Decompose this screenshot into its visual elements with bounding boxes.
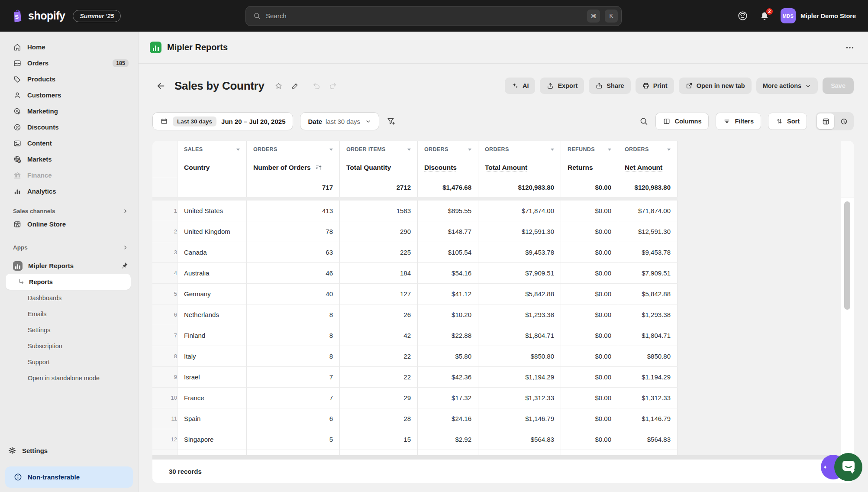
- redo-icon[interactable]: [328, 81, 337, 91]
- column-header-country[interactable]: Country: [177, 158, 247, 177]
- chat-launcher[interactable]: [834, 453, 862, 481]
- cell-returns: $0.00: [561, 367, 618, 388]
- column-group-country[interactable]: SALES: [177, 141, 247, 158]
- sidebar-item-label: Finance: [27, 172, 129, 179]
- sidebar-item-orders[interactable]: Orders185: [5, 55, 133, 71]
- more-actions-button[interactable]: More actions: [756, 78, 818, 94]
- pencil-icon[interactable]: [291, 82, 299, 90]
- table-search-icon[interactable]: [639, 117, 649, 126]
- store-menu[interactable]: MDS Mipler Demo Store: [781, 8, 856, 23]
- column-menu-icon[interactable]: [407, 149, 411, 152]
- column-menu-icon[interactable]: [468, 149, 471, 152]
- sales-channels-header[interactable]: Sales channels: [13, 208, 129, 214]
- sidebar-subitem-reports[interactable]: Reports: [6, 274, 131, 290]
- sort-indicator-icon[interactable]: [315, 164, 323, 172]
- non-transferable-notice[interactable]: Non-transferable: [5, 466, 133, 488]
- table-corner-cell: [152, 141, 177, 158]
- table-row[interactable]: 4Australia46184$54.16$7,909.51$0.00$7,90…: [152, 263, 678, 284]
- scrollbar-thumb[interactable]: [844, 201, 850, 310]
- sidebar-item-label: Customers: [27, 91, 129, 99]
- cell-net-amount: $564.83: [618, 429, 678, 450]
- table-row[interactable]: 6Netherlands826$10.20$1,293.38$0.00$1,29…: [152, 304, 678, 325]
- column-menu-icon[interactable]: [608, 149, 611, 152]
- assistant-icon[interactable]: [737, 10, 749, 22]
- sidebar-subitem-subscription[interactable]: Subscription: [6, 338, 131, 354]
- columns-button[interactable]: Columns: [655, 113, 709, 130]
- sidebar-subitem-open-in-standalone-mode[interactable]: Open in standalone mode: [6, 370, 131, 386]
- table-row[interactable]: 12Singapore515$2.92$564.83$0.00$564.83: [152, 429, 678, 450]
- cell-total-quantity: 42: [340, 325, 418, 346]
- table-view-button[interactable]: [817, 113, 834, 129]
- cell-number-of-orders: 46: [247, 263, 340, 284]
- sort-button[interactable]: Sort: [768, 113, 807, 130]
- sidebar-item-markets[interactable]: $Markets: [5, 151, 133, 167]
- print-button[interactable]: Print: [636, 78, 674, 94]
- sidebar-item-products[interactable]: Products: [5, 71, 133, 87]
- table-row[interactable]: 2United Kingdom78290$148.77$12,591.30$0.…: [152, 221, 678, 242]
- undo-icon[interactable]: [312, 81, 321, 91]
- sidebar-item-settings[interactable]: Settings: [8, 446, 48, 455]
- sidebar-item-online-store[interactable]: Online Store: [5, 216, 133, 232]
- table-row[interactable]: 5Germany40127$41.12$5,842.88$0.00$5,842.…: [152, 284, 678, 304]
- sidebar-subitem-support[interactable]: Support: [6, 354, 131, 370]
- column-menu-icon[interactable]: [667, 149, 671, 152]
- records-count: 30 records: [169, 468, 202, 475]
- shopify-logo[interactable]: S shopify: [11, 9, 65, 23]
- horizontal-scrollbar[interactable]: [152, 455, 854, 460]
- column-header-discounts[interactable]: Discounts: [418, 158, 478, 177]
- column-group-returns[interactable]: REFUNDS: [561, 141, 618, 158]
- column-header-total-amount[interactable]: Total Amount: [478, 158, 561, 177]
- pin-icon[interactable]: [120, 262, 129, 270]
- column-menu-icon[interactable]: [551, 149, 554, 152]
- search-input[interactable]: Search ⌘ K: [245, 6, 622, 26]
- filters-button[interactable]: Filters: [716, 113, 761, 130]
- chart-view-button[interactable]: [835, 113, 852, 129]
- sort-label: Sort: [787, 118, 800, 125]
- kebab-icon[interactable]: [845, 42, 855, 53]
- column-header-net-amount[interactable]: Net Amount: [618, 158, 678, 177]
- column-group-number-of-orders[interactable]: ORDERS: [247, 141, 340, 158]
- column-menu-icon[interactable]: [236, 149, 240, 152]
- export-button[interactable]: Export: [540, 78, 584, 94]
- table-row[interactable]: 3Canada63225$105.54$9,453.78$0.00$9,453.…: [152, 242, 678, 263]
- column-header-total-quantity[interactable]: Total Quantity: [340, 158, 418, 177]
- share-button[interactable]: Share: [589, 78, 630, 94]
- shopify-bag-icon: S: [11, 9, 24, 23]
- table-row[interactable]: 8Italy822$5.80$850.80$0.00$850.80: [152, 346, 678, 367]
- vertical-scrollbar[interactable]: [841, 141, 854, 455]
- sidebar-item-mipler-reports[interactable]: Mipler Reports: [5, 258, 133, 274]
- save-button[interactable]: Save: [823, 78, 854, 94]
- date-filter-select[interactable]: Date last 30 days: [300, 112, 379, 130]
- sidebar-subitem-settings[interactable]: Settings: [6, 322, 131, 338]
- column-header-label: Total Amount: [485, 164, 527, 172]
- sidebar-item-customers[interactable]: Customers: [5, 87, 133, 103]
- sidebar-subitem-dashboards[interactable]: Dashboards: [6, 290, 131, 306]
- sidebar-item-discounts[interactable]: Discounts: [5, 119, 133, 135]
- sidebar-subitem-emails[interactable]: Emails: [6, 306, 131, 322]
- sidebar-item-marketing[interactable]: Marketing: [5, 103, 133, 119]
- table-row[interactable]: 7Finland842$22.88$1,804.71$0.00$1,804.71: [152, 325, 678, 346]
- ai-button[interactable]: AI: [505, 78, 536, 94]
- column-group-total-quantity[interactable]: ORDER ITEMS: [340, 141, 418, 158]
- sidebar-item-home[interactable]: Home: [5, 39, 133, 55]
- column-header-number-of-orders[interactable]: Number of Orders: [247, 158, 340, 177]
- sidebar-item-analytics[interactable]: Analytics: [5, 183, 133, 199]
- notifications-button[interactable]: 2: [759, 10, 770, 22]
- star-icon[interactable]: [274, 81, 283, 91]
- funnel-plus-icon[interactable]: [386, 117, 396, 126]
- column-header-returns[interactable]: Returns: [561, 158, 618, 177]
- apps-header[interactable]: Apps: [13, 244, 129, 251]
- back-arrow-icon[interactable]: [156, 81, 166, 91]
- column-group-total-amount[interactable]: ORDERS: [478, 141, 561, 158]
- table-row[interactable]: 10France729$17.32$1,312.33$0.00$1,312.33: [152, 388, 678, 408]
- table-row[interactable]: 1United States4131583$895.55$71,874.00$0…: [152, 201, 678, 221]
- open-in-new-tab-button[interactable]: Open in new tab: [679, 78, 752, 94]
- date-range-picker[interactable]: Last 30 days Jun 20 – Jul 20, 2025: [152, 112, 293, 130]
- column-group-discounts[interactable]: ORDERS: [418, 141, 478, 158]
- table-row[interactable]: 9Israel722$42.36$1,194.29$0.00$1,194.29: [152, 367, 678, 388]
- sidebar-item-content[interactable]: Content: [5, 135, 133, 151]
- cell-total-amount: $9,453.78: [478, 242, 561, 263]
- column-group-net-amount[interactable]: ORDERS: [618, 141, 678, 158]
- column-menu-icon[interactable]: [329, 149, 333, 152]
- table-row[interactable]: 11Spain628$24.16$1,146.79$0.00$1,146.79: [152, 408, 678, 429]
